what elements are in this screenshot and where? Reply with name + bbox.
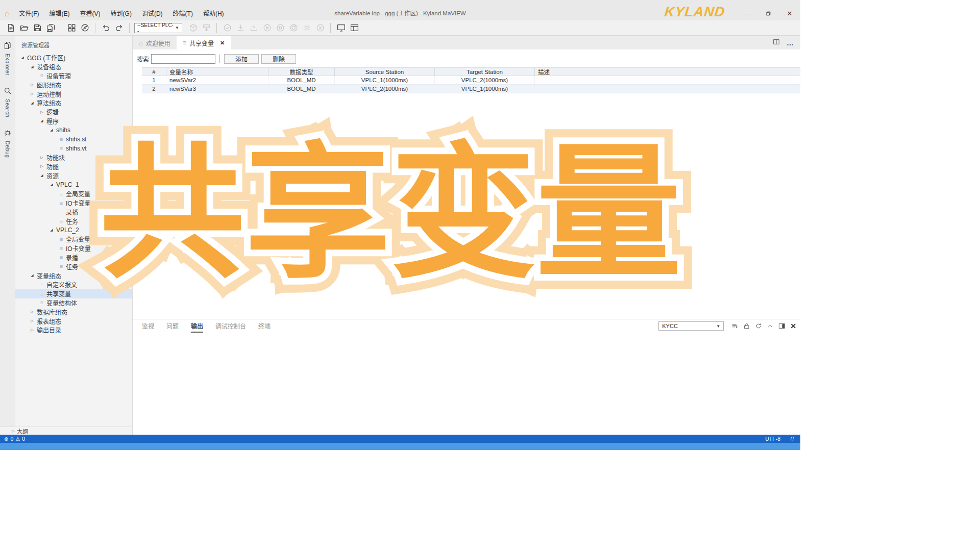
restart-icon[interactable] [287, 22, 300, 34]
tree-item[interactable]: ▷功能块 [15, 153, 132, 162]
activity-item-debug[interactable]: Debug [4, 129, 12, 158]
activity-item-search[interactable]: Search [4, 87, 12, 117]
menu-item[interactable]: 调试(D) [137, 7, 168, 20]
tree-item[interactable]: ▷报表组态 [15, 316, 132, 325]
tree-item[interactable]: ≡设备管理 [15, 71, 132, 81]
warnings-count[interactable]: 0 [22, 436, 25, 442]
list-item-icon: ≡ [39, 282, 45, 288]
new-report-icon[interactable] [5, 22, 17, 34]
window-layout-icon[interactable] [348, 22, 360, 34]
tree-expanded-icon: ◢ [48, 183, 55, 187]
clear-output-icon[interactable] [755, 322, 762, 330]
warnings-icon[interactable]: ⚠ [15, 436, 20, 442]
tree-item[interactable]: ≡全局变量 [15, 189, 132, 198]
unlock-icon[interactable] [743, 322, 750, 330]
errors-count[interactable]: 0 [10, 436, 13, 442]
tree-item[interactable]: ▷功能 [15, 162, 132, 171]
encoding-indicator[interactable]: UTF-8 [765, 436, 780, 442]
panel-tab-3[interactable]: 输出 [191, 319, 203, 333]
table-row[interactable]: 2newSVar3BOOL_MDVPLC_2(1000ms)VPLC_1(100… [142, 85, 800, 93]
panel-tab-4[interactable]: 调试控制台 [215, 319, 246, 333]
tree-item[interactable]: ◢VPLC_2 [15, 226, 132, 235]
save-icon[interactable] [31, 22, 43, 34]
tree-item[interactable]: ◢GGG (工作区) [15, 53, 132, 62]
tree-item[interactable]: ▷逻辑 [15, 108, 132, 117]
redo-icon[interactable] [113, 22, 125, 34]
tree-item[interactable]: ≡变量结构体 [15, 298, 132, 308]
tree-item[interactable]: ≡任务 [15, 262, 132, 271]
tree-item[interactable]: ▷图形组态 [15, 80, 132, 89]
undo-icon[interactable] [100, 22, 112, 34]
outline-label: 大纲 [17, 427, 28, 435]
monitor-icon[interactable] [335, 22, 347, 34]
tree-item[interactable]: ≡IO卡变量 [15, 244, 132, 253]
check-circle-icon[interactable] [221, 22, 233, 34]
burn-icon[interactable] [200, 22, 212, 34]
tree-item[interactable]: ▷输出目录 [15, 325, 132, 335]
debug-config-icon[interactable] [301, 22, 313, 34]
panel-tab-2[interactable]: 问题 [166, 319, 179, 333]
tree-item[interactable]: ▷运动控制 [15, 89, 132, 98]
package-icon[interactable] [187, 22, 199, 34]
stop-icon[interactable] [274, 22, 286, 34]
install-icon[interactable] [248, 22, 260, 34]
plc-selector-dropdown[interactable]: --SELECT PLC--▼ [134, 23, 182, 33]
tree-item[interactable]: ◢VPLC_1 [15, 180, 132, 189]
tree-item[interactable]: ≡IO卡变量 [15, 198, 132, 208]
editor-tab-2[interactable]: ≡共享变量✕ [177, 36, 231, 49]
collapse-panel-icon[interactable] [767, 322, 774, 330]
search-input[interactable] [151, 54, 215, 64]
menu-item[interactable]: 帮助(H) [198, 7, 229, 20]
tree-item-label: 任务 [66, 262, 78, 271]
tree-item[interactable]: ◢资源 [15, 171, 132, 180]
panel-tab-1[interactable]: 监视 [142, 319, 154, 333]
editor-tab-1[interactable]: ⌂欢迎使用 [133, 36, 177, 49]
tree-item[interactable]: ≡共享变量 [15, 289, 132, 298]
open-folder-icon[interactable] [18, 22, 30, 34]
build-icon[interactable] [79, 22, 91, 34]
split-editor-icon[interactable] [773, 38, 780, 47]
tree-item[interactable]: ◢程序 [15, 117, 132, 126]
menu-item[interactable]: 编辑(E) [44, 7, 75, 20]
close-button[interactable]: ✕ [779, 6, 800, 20]
channel-select-dropdown[interactable]: KYCC▼ [658, 321, 724, 331]
run-icon[interactable] [261, 22, 273, 34]
auto-scroll-icon[interactable] [731, 322, 739, 330]
activity-item-explorer[interactable]: Explorer [4, 41, 12, 76]
menu-item[interactable]: 转到(G) [106, 7, 137, 20]
tree-item[interactable]: ≡全局变量 [15, 235, 132, 244]
table-row[interactable]: 1newSVar2BOOL_MDVPLC_1(1000ms)VPLC_2(100… [142, 76, 800, 85]
tree-item[interactable]: ≡任务 [15, 216, 132, 226]
outline-section[interactable]: ▷ 大纲 [0, 427, 132, 435]
module-icon[interactable] [65, 22, 78, 34]
menu-item[interactable]: 终端(T) [168, 7, 198, 20]
tree-item[interactable]: ≡shihs.vt [15, 144, 132, 153]
app-home-icon[interactable]: ⌂ [0, 9, 14, 19]
tree-item[interactable]: ≡录播 [15, 208, 132, 217]
close-tab-icon[interactable]: ✕ [220, 40, 225, 46]
panel-tab-5[interactable]: 终端 [258, 319, 271, 333]
tree-item[interactable]: ≡shihs.st [15, 135, 132, 144]
tree-item[interactable]: ≡自定义报文 [15, 280, 132, 289]
close-panel-icon[interactable]: ✕ [790, 322, 796, 330]
tree-item[interactable]: ≡录播 [15, 253, 132, 262]
save-all-icon[interactable] [44, 22, 57, 34]
tree-item[interactable]: ◢设备组态 [15, 62, 132, 71]
add-button[interactable]: 添加 [224, 54, 259, 64]
errors-icon[interactable]: ⊗ [4, 436, 8, 442]
minimize-button[interactable]: – [736, 6, 757, 20]
menu-item[interactable]: 文件(F) [14, 7, 44, 20]
delete-button[interactable]: 删除 [261, 54, 296, 64]
maximize-panel-icon[interactable] [778, 322, 786, 330]
menu-item[interactable]: 查看(V) [75, 7, 106, 20]
more-actions-icon[interactable]: … [787, 39, 794, 47]
download-icon[interactable] [234, 22, 247, 34]
tree-item[interactable]: ◢算法组态 [15, 98, 132, 108]
tree-item[interactable]: ◢变量组态 [15, 271, 132, 280]
output-panel-content [133, 333, 800, 435]
tree-item[interactable]: ▷数据库组态 [15, 307, 132, 316]
tree-item[interactable]: ◢shihs [15, 126, 132, 135]
restore-button[interactable] [757, 6, 779, 20]
notifications-bell-icon[interactable] [790, 436, 795, 442]
cancel-icon[interactable] [314, 22, 326, 34]
